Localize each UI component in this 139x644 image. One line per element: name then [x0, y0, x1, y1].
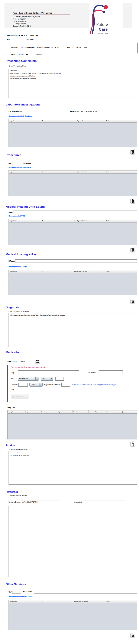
uss-grid: Department ID Investigation/Service Stat…	[8, 219, 137, 245]
gender-label: Gender :	[73, 46, 84, 48]
xray-delete-button[interactable]	[130, 299, 135, 304]
refresh-icon	[36, 360, 39, 363]
logo-heart-icon: ♥	[103, 29, 104, 31]
consultant-label: Consultant	[74, 501, 83, 503]
add-drug-label: Add Drug	[16, 395, 24, 397]
column-header-department: Department	[9, 219, 41, 222]
frequency-value: OD	[41, 377, 46, 380]
procedures-input[interactable]	[32, 162, 137, 165]
referring-doctor-input[interactable]	[21, 500, 60, 504]
column-header-department: Department	[9, 270, 41, 273]
section-title-referrals: Refferals	[6, 490, 139, 494]
lab-referred-by-label: Reffered By :	[70, 110, 81, 112]
referral-options-listbox[interactable]	[8, 506, 137, 577]
section-title-xray: Medical Imaging X-Ray	[6, 253, 139, 257]
meal-timing-value: Before Meal	[18, 377, 29, 380]
meal-timing-select[interactable]: Before Meal ▼	[18, 377, 39, 380]
patient-banner: Patient ID : 7140 Patient Name : JANAKAR…	[6, 43, 138, 53]
uss-grid-body[interactable]	[9, 222, 137, 245]
procedures-grid-body[interactable]	[9, 174, 137, 196]
lab-investigation-input[interactable]	[24, 110, 54, 113]
xray-field-label: X-Rays :	[8, 260, 15, 262]
uss-grid-header: Department ID Investigation/Service Stat…	[9, 219, 137, 222]
uss-delete-button[interactable]	[130, 247, 135, 252]
complaints-textarea[interactable]: patient seen. being reviewed for left si…	[8, 68, 137, 98]
section-title-laboratory: Laboratory Investigations	[6, 103, 139, 107]
trash-icon	[131, 199, 134, 203]
column-header-status: Status	[105, 120, 137, 122]
fractions-helper-text: Please add as decimal numbers when addin…	[72, 384, 135, 386]
logo-tagline: Body Mind Soul	[96, 32, 108, 34]
duration-unit-select[interactable]: Day/s ▼	[30, 383, 42, 386]
drug-list-grid-body[interactable]	[8, 414, 137, 439]
visit-date-label: Date :	[24, 54, 35, 55]
recommended-other-services-link[interactable]: Recommended Other Services	[8, 596, 139, 598]
medication-entry-panel: Please select the Drug from Drug suggess…	[8, 365, 137, 402]
recommended-uss-link[interactable]: Recommended USS	[8, 215, 139, 217]
other-services-grid-body[interactable]	[9, 603, 137, 630]
chevron-down-icon: ▼	[39, 383, 42, 386]
advice-input-label: Enter Doctor's Advice Here	[9, 448, 139, 450]
trash-icon	[131, 634, 134, 638]
xray-input[interactable]	[15, 260, 137, 263]
prescription-id-input[interactable]	[20, 360, 34, 364]
diagnosis-textarea[interactable]: Left sided chest musculoskeletal pains 2…	[8, 313, 137, 347]
column-header-id: ID	[41, 270, 73, 273]
other-services-input[interactable]	[34, 590, 137, 594]
chevron-down-icon: ▼	[36, 377, 38, 380]
column-header-way: Way	[56, 410, 72, 414]
lab-field-label: Lab Investingation :	[8, 110, 24, 112]
visit-id-label: Visit ID :	[11, 54, 19, 55]
way-qty-input[interactable]	[56, 377, 64, 380]
other-services-grid: Department ID Investigation / Service St…	[8, 600, 137, 630]
duration-input[interactable]	[18, 383, 28, 386]
patient-banner-row-1: Patient ID : 7140 Patient Name : JANAKAR…	[8, 45, 137, 50]
column-header-id: ID	[41, 219, 73, 222]
visit-id-value: 20230	[19, 54, 24, 55]
patient-name-label: Patient Name :	[23, 46, 36, 48]
drug-input[interactable]	[18, 370, 79, 375]
procedures-field-label: Procedures :	[21, 162, 32, 164]
section-title-diagnosis: Diagnosis	[6, 306, 139, 310]
xray-grid-body[interactable]	[9, 273, 137, 295]
per-meal-input[interactable]	[62, 383, 70, 386]
duration-label: Duration :	[11, 384, 18, 386]
drug-list-grid: Drug ID Drug Fequency Way Duration Durat…	[8, 410, 137, 440]
column-header-investigation-service: Investigation / Service	[73, 600, 105, 603]
per-meal-label: Drugs/Tablets per meal :	[42, 384, 61, 386]
visit-date-value: 2025-04-03	[35, 54, 43, 55]
frequency-select[interactable]: OD ▼	[41, 377, 53, 380]
column-header-status: Status	[105, 219, 137, 222]
uss-input[interactable]	[13, 210, 137, 214]
other-services-qty-input[interactable]	[12, 590, 21, 594]
special-notes-input[interactable]	[99, 370, 123, 375]
xray-grid-header: Department ID Investigation/Service Stat…	[9, 270, 137, 273]
advice-delete-button[interactable]	[130, 442, 135, 446]
procedures-qty-input[interactable]	[12, 162, 21, 165]
referral-doctor-row: Reffering Doctor Consultant	[8, 500, 139, 504]
age-label: Age :	[59, 46, 72, 48]
trash-icon	[131, 150, 134, 154]
advice-textarea[interactable]: reassure patient take medications as pre…	[8, 451, 137, 484]
referrals-subtitle: Select the needed Refferal	[8, 495, 139, 497]
lab-delete-button[interactable]	[130, 149, 135, 154]
recommended-procedures-link[interactable]: Recommended Procedures	[8, 166, 139, 168]
lab-referred-by-value: VICTOR OJIMA ETUBI	[81, 110, 97, 112]
other-services-field-label: Other Services :	[21, 591, 34, 592]
patient-name-value: JANAKARAN KALIYAMOORTHI	[36, 46, 59, 48]
add-drug-button[interactable]: + Add Drug	[11, 394, 29, 398]
consulted-by-value: Dr. VICTOR OJIMA ETUBI	[18, 35, 38, 36]
recommended-xrays-link[interactable]: Recommended X-Rays	[8, 266, 139, 268]
recommended-lab-testings-link[interactable]: Recommended Lab Testings	[8, 115, 139, 117]
other-services-field-row: Qty : Other Services :	[8, 590, 139, 594]
lab-grid-body[interactable]	[9, 122, 137, 147]
procedures-delete-button[interactable]	[130, 198, 135, 204]
consultant-input[interactable]	[83, 500, 126, 504]
patient-banner-row-2: Visit ID : 20230 Date : 2025-04-03	[8, 52, 137, 57]
trash-outline-icon	[131, 442, 134, 446]
other-services-qty-label: Qty :	[8, 591, 12, 592]
other-services-delete-button[interactable]	[130, 633, 135, 638]
logo-word-future: Future	[96, 22, 108, 27]
way-label: Way :	[11, 378, 18, 380]
prescription-refresh-button[interactable]	[35, 359, 40, 364]
